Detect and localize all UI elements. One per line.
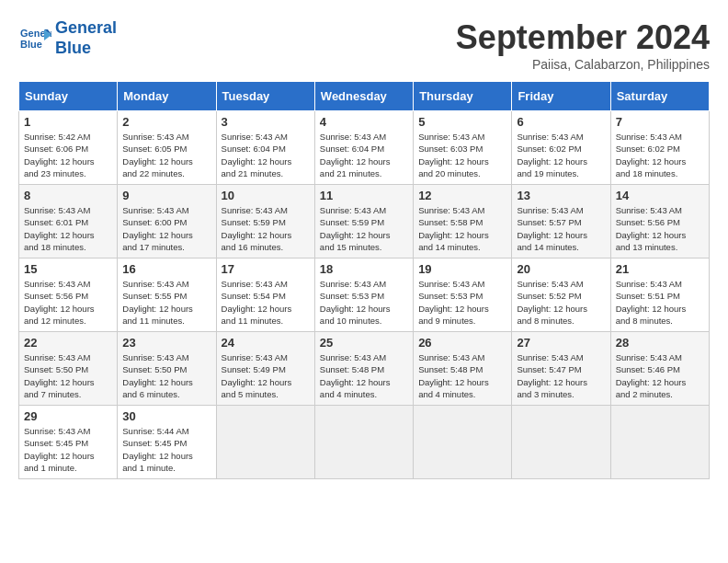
calendar-cell: 1Sunrise: 5:42 AM Sunset: 6:06 PM Daylig… bbox=[19, 111, 118, 185]
day-content: Sunrise: 5:43 AM Sunset: 5:54 PM Dayligh… bbox=[222, 278, 310, 327]
day-content: Sunrise: 5:43 AM Sunset: 5:51 PM Dayligh… bbox=[616, 278, 704, 327]
calendar-cell: 30Sunrise: 5:44 AM Sunset: 5:45 PM Dayli… bbox=[118, 406, 216, 479]
calendar-cell: 15Sunrise: 5:43 AM Sunset: 5:56 PM Dayli… bbox=[19, 259, 118, 332]
day-number: 18 bbox=[320, 262, 408, 276]
day-number: 2 bbox=[122, 115, 210, 129]
calendar-subtitle: Paiisa, Calabarzon, Philippines bbox=[456, 57, 710, 72]
day-number: 12 bbox=[418, 189, 506, 202]
week-row-2: 8Sunrise: 5:43 AM Sunset: 6:01 PM Daylig… bbox=[19, 185, 710, 259]
day-content: Sunrise: 5:43 AM Sunset: 5:55 PM Dayligh… bbox=[122, 278, 210, 327]
logo-icon: General Blue bbox=[18, 22, 51, 55]
calendar-cell bbox=[314, 406, 413, 479]
day-number: 26 bbox=[418, 336, 506, 350]
day-content: Sunrise: 5:43 AM Sunset: 5:57 PM Dayligh… bbox=[517, 204, 605, 253]
weekday-header-row: Sunday Monday Tuesday Wednesday Thursday… bbox=[19, 82, 710, 111]
day-number: 19 bbox=[418, 262, 506, 276]
week-row-3: 15Sunrise: 5:43 AM Sunset: 5:56 PM Dayli… bbox=[19, 259, 710, 332]
calendar-cell: 12Sunrise: 5:43 AM Sunset: 5:58 PM Dayli… bbox=[414, 185, 512, 259]
calendar-cell bbox=[216, 406, 314, 479]
title-block: September 2024 Paiisa, Calabarzon, Phili… bbox=[456, 18, 710, 72]
day-content: Sunrise: 5:43 AM Sunset: 6:00 PM Dayligh… bbox=[122, 204, 210, 253]
day-content: Sunrise: 5:43 AM Sunset: 5:53 PM Dayligh… bbox=[418, 278, 506, 327]
calendar-cell bbox=[610, 406, 709, 479]
calendar-cell: 25Sunrise: 5:43 AM Sunset: 5:48 PM Dayli… bbox=[314, 332, 413, 406]
calendar-cell: 26Sunrise: 5:43 AM Sunset: 5:48 PM Dayli… bbox=[414, 332, 512, 406]
day-number: 25 bbox=[320, 336, 408, 350]
day-content: Sunrise: 5:43 AM Sunset: 6:02 PM Dayligh… bbox=[517, 131, 605, 179]
calendar-cell: 14Sunrise: 5:43 AM Sunset: 5:56 PM Dayli… bbox=[610, 185, 709, 259]
day-content: Sunrise: 5:43 AM Sunset: 5:47 PM Dayligh… bbox=[517, 351, 605, 400]
calendar-cell: 18Sunrise: 5:43 AM Sunset: 5:53 PM Dayli… bbox=[314, 259, 413, 332]
calendar-title: September 2024 bbox=[456, 18, 710, 57]
calendar-cell: 20Sunrise: 5:43 AM Sunset: 5:52 PM Dayli… bbox=[512, 259, 610, 332]
day-content: Sunrise: 5:43 AM Sunset: 5:53 PM Dayligh… bbox=[320, 278, 408, 327]
calendar-cell: 16Sunrise: 5:43 AM Sunset: 5:55 PM Dayli… bbox=[118, 259, 216, 332]
day-number: 14 bbox=[616, 189, 704, 202]
day-content: Sunrise: 5:43 AM Sunset: 5:52 PM Dayligh… bbox=[517, 278, 605, 327]
svg-text:Blue: Blue bbox=[20, 39, 42, 50]
day-number: 3 bbox=[222, 115, 310, 129]
calendar-cell: 2Sunrise: 5:43 AM Sunset: 6:05 PM Daylig… bbox=[118, 111, 216, 185]
day-content: Sunrise: 5:43 AM Sunset: 5:45 PM Dayligh… bbox=[24, 425, 112, 474]
logo: General Blue General Blue bbox=[18, 18, 117, 58]
calendar-cell: 5Sunrise: 5:43 AM Sunset: 6:03 PM Daylig… bbox=[414, 111, 512, 185]
day-number: 7 bbox=[616, 115, 704, 129]
day-content: Sunrise: 5:43 AM Sunset: 6:05 PM Dayligh… bbox=[122, 131, 210, 179]
day-content: Sunrise: 5:43 AM Sunset: 5:59 PM Dayligh… bbox=[222, 204, 310, 253]
day-content: Sunrise: 5:43 AM Sunset: 5:48 PM Dayligh… bbox=[320, 351, 408, 400]
page-header: General Blue General Blue September 2024… bbox=[18, 18, 710, 72]
logo-line1: General bbox=[55, 18, 117, 39]
day-number: 23 bbox=[122, 336, 210, 350]
day-content: Sunrise: 5:43 AM Sunset: 6:04 PM Dayligh… bbox=[320, 131, 408, 179]
day-number: 28 bbox=[616, 336, 704, 350]
calendar-cell bbox=[512, 406, 610, 479]
calendar-cell: 10Sunrise: 5:43 AM Sunset: 5:59 PM Dayli… bbox=[216, 185, 314, 259]
week-row-4: 22Sunrise: 5:43 AM Sunset: 5:50 PM Dayli… bbox=[19, 332, 710, 406]
day-content: Sunrise: 5:43 AM Sunset: 6:04 PM Dayligh… bbox=[222, 131, 310, 179]
day-content: Sunrise: 5:43 AM Sunset: 5:56 PM Dayligh… bbox=[24, 278, 112, 327]
day-content: Sunrise: 5:43 AM Sunset: 5:59 PM Dayligh… bbox=[320, 204, 408, 253]
day-number: 21 bbox=[616, 262, 704, 276]
day-number: 8 bbox=[24, 189, 112, 202]
calendar-cell: 3Sunrise: 5:43 AM Sunset: 6:04 PM Daylig… bbox=[216, 111, 314, 185]
day-content: Sunrise: 5:43 AM Sunset: 5:50 PM Dayligh… bbox=[24, 351, 112, 400]
day-number: 27 bbox=[517, 336, 605, 350]
day-content: Sunrise: 5:43 AM Sunset: 5:58 PM Dayligh… bbox=[418, 204, 506, 253]
calendar-cell: 28Sunrise: 5:43 AM Sunset: 5:46 PM Dayli… bbox=[610, 332, 709, 406]
calendar-cell: 22Sunrise: 5:43 AM Sunset: 5:50 PM Dayli… bbox=[19, 332, 118, 406]
header-tuesday: Tuesday bbox=[216, 82, 314, 111]
logo-line2: Blue bbox=[55, 39, 117, 59]
header-saturday: Saturday bbox=[610, 82, 709, 111]
calendar-cell: 13Sunrise: 5:43 AM Sunset: 5:57 PM Dayli… bbox=[512, 185, 610, 259]
day-content: Sunrise: 5:42 AM Sunset: 6:06 PM Dayligh… bbox=[24, 131, 112, 179]
header-friday: Friday bbox=[512, 82, 610, 111]
calendar-cell: 4Sunrise: 5:43 AM Sunset: 6:04 PM Daylig… bbox=[314, 111, 413, 185]
day-number: 22 bbox=[24, 336, 112, 350]
calendar-cell: 17Sunrise: 5:43 AM Sunset: 5:54 PM Dayli… bbox=[216, 259, 314, 332]
calendar-cell: 21Sunrise: 5:43 AM Sunset: 5:51 PM Dayli… bbox=[610, 259, 709, 332]
day-number: 20 bbox=[517, 262, 605, 276]
calendar-cell: 8Sunrise: 5:43 AM Sunset: 6:01 PM Daylig… bbox=[19, 185, 118, 259]
day-content: Sunrise: 5:43 AM Sunset: 6:03 PM Dayligh… bbox=[418, 131, 506, 179]
calendar-cell: 27Sunrise: 5:43 AM Sunset: 5:47 PM Dayli… bbox=[512, 332, 610, 406]
day-content: Sunrise: 5:43 AM Sunset: 6:01 PM Dayligh… bbox=[24, 204, 112, 253]
day-content: Sunrise: 5:43 AM Sunset: 5:48 PM Dayligh… bbox=[418, 351, 506, 400]
calendar-cell: 19Sunrise: 5:43 AM Sunset: 5:53 PM Dayli… bbox=[414, 259, 512, 332]
header-wednesday: Wednesday bbox=[314, 82, 413, 111]
day-number: 13 bbox=[517, 189, 605, 202]
day-number: 11 bbox=[320, 189, 408, 202]
day-content: Sunrise: 5:43 AM Sunset: 5:46 PM Dayligh… bbox=[616, 351, 704, 400]
calendar-cell: 29Sunrise: 5:43 AM Sunset: 5:45 PM Dayli… bbox=[19, 406, 118, 479]
day-content: Sunrise: 5:43 AM Sunset: 6:02 PM Dayligh… bbox=[616, 131, 704, 179]
calendar-cell: 7Sunrise: 5:43 AM Sunset: 6:02 PM Daylig… bbox=[610, 111, 709, 185]
day-content: Sunrise: 5:44 AM Sunset: 5:45 PM Dayligh… bbox=[122, 425, 210, 474]
day-number: 15 bbox=[24, 262, 112, 276]
calendar-cell bbox=[414, 406, 512, 479]
calendar-table: Sunday Monday Tuesday Wednesday Thursday… bbox=[18, 81, 710, 479]
day-number: 9 bbox=[122, 189, 210, 202]
day-content: Sunrise: 5:43 AM Sunset: 5:50 PM Dayligh… bbox=[122, 351, 210, 400]
week-row-5: 29Sunrise: 5:43 AM Sunset: 5:45 PM Dayli… bbox=[19, 406, 710, 479]
day-content: Sunrise: 5:43 AM Sunset: 5:56 PM Dayligh… bbox=[616, 204, 704, 253]
header-monday: Monday bbox=[118, 82, 216, 111]
day-number: 1 bbox=[24, 115, 112, 129]
